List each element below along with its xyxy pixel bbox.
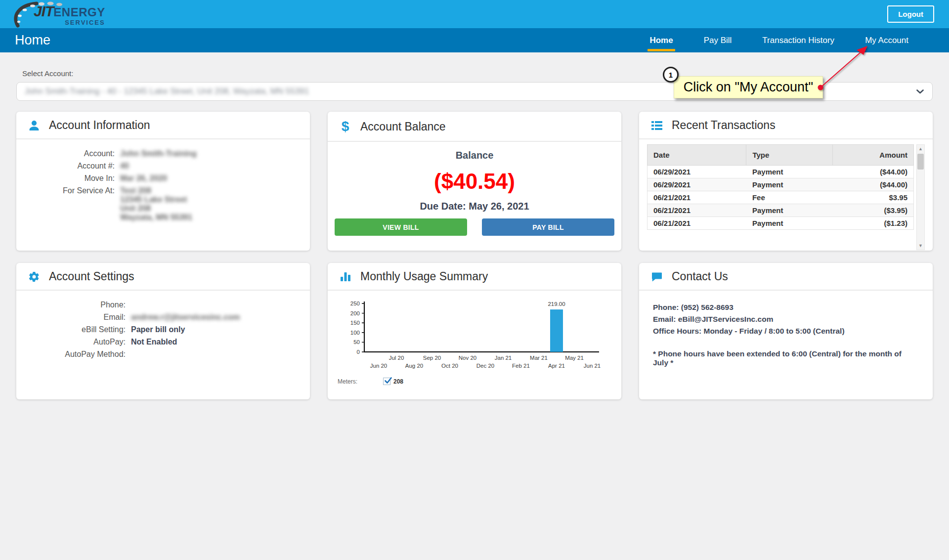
card-title: Recent Transactions — [672, 119, 776, 132]
field-value — [131, 301, 305, 309]
field-value: Paper bill only — [131, 325, 305, 334]
contact-note: * Phone hours have been extended to 6:00… — [653, 349, 919, 367]
page-title: Home — [15, 33, 50, 48]
bar-chart-icon — [339, 271, 352, 283]
account-information-fields: Account:John Smith-TrainingAccount #:40M… — [16, 139, 310, 227]
table-row: 06/29/2021Payment($44.00) — [647, 166, 914, 178]
app-header: JITENERGY SERVICES Logout — [0, 0, 949, 28]
svg-text:200: 200 — [350, 310, 360, 316]
field-value: 40 — [120, 162, 305, 171]
main-nav: HomePay BillTransaction HistoryMy Accoun… — [649, 28, 908, 52]
chat-bubble-icon — [650, 271, 663, 283]
monthly-usage-card: Monthly Usage Summary 050100150200250Jun… — [328, 263, 621, 399]
card-title: Account Information — [49, 119, 150, 132]
usage-bar — [550, 309, 563, 352]
meters-label: Meters: — [338, 378, 357, 385]
tx-type: Payment — [746, 217, 832, 230]
svg-text:Apr 21: Apr 21 — [548, 363, 565, 369]
field-value: Mar 26, 2020 — [120, 174, 305, 183]
svg-text:100: 100 — [350, 330, 360, 336]
nav-bar: Home HomePay BillTransaction HistoryMy A… — [0, 28, 949, 52]
tx-type: Payment — [746, 178, 832, 191]
contact-info: Phone: (952) 562-8693Email: eBill@JITSer… — [639, 291, 933, 378]
tx-amount: ($1.23) — [832, 217, 913, 230]
card-title: Monthly Usage Summary — [360, 270, 488, 283]
field-value: andrew.r@jitservicesinc.com — [131, 313, 305, 322]
tx-amount: ($3.95) — [832, 204, 913, 217]
logout-button[interactable]: Logout — [887, 5, 934, 23]
field-label: For Service At: — [21, 186, 120, 222]
pay-bill-button[interactable]: PAY BILL — [482, 218, 614, 236]
table-row: 06/29/2021Payment($44.00) — [647, 178, 914, 191]
nav-item-home[interactable]: Home — [649, 28, 673, 52]
field-label: Email: — [21, 313, 131, 322]
svg-text:Sep 20: Sep 20 — [423, 355, 441, 361]
column-header-date: Date — [647, 145, 746, 166]
account-balance-card: $ Account Balance Balance ($40.54) Due D… — [328, 112, 621, 251]
scroll-up-icon[interactable]: ▲ — [917, 145, 924, 153]
list-icon — [650, 120, 663, 131]
balance-amount: ($40.54) — [328, 169, 621, 194]
field-label: Move In: — [21, 174, 120, 183]
column-header-amount: Amount — [832, 145, 913, 166]
svg-text:Oct 20: Oct 20 — [441, 363, 458, 369]
field-label: AutoPay: — [21, 338, 131, 346]
svg-text:50: 50 — [353, 339, 360, 345]
annotation-step-badge: 1 — [663, 67, 679, 83]
table-row: 06/21/2021Fee$3.95 — [647, 191, 914, 204]
due-date: Due Date: May 26, 2021 — [328, 201, 621, 212]
tx-date: 06/29/2021 — [647, 178, 746, 191]
meter-name: 208 — [393, 378, 403, 385]
gear-icon — [27, 271, 41, 283]
contact-line: Email: eBill@JITServicesInc.com — [653, 313, 919, 325]
table-row: 06/21/2021Payment($1.23) — [647, 217, 914, 230]
view-bill-button[interactable]: VIEW BILL — [335, 218, 467, 236]
field-value: Test 208 12345 Lake Street Unit 208 Wayz… — [120, 186, 305, 222]
account-information-card: Account Information Account:John Smith-T… — [16, 112, 310, 251]
svg-text:250: 250 — [350, 301, 360, 306]
logo-swoosh-icon — [11, 1, 110, 29]
tx-type: Payment — [746, 204, 832, 217]
svg-text:219.00: 219.00 — [548, 301, 565, 307]
scrollbar-thumb[interactable] — [917, 154, 924, 170]
dashboard-cards: Account Information Account:John Smith-T… — [16, 112, 933, 399]
meter-208-checkbox[interactable] — [383, 378, 390, 385]
person-icon — [27, 120, 41, 131]
field-label: AutoPay Method: — [21, 350, 131, 359]
usage-bar-chart: 050100150200250Jun 20Jul 20Aug 20Sep 20O… — [335, 297, 606, 375]
card-title: Contact Us — [672, 270, 728, 283]
field-label: Phone: — [21, 301, 131, 309]
transactions-scrollbar[interactable]: ▲ ▼ — [916, 144, 925, 250]
tx-amount: $3.95 — [832, 191, 913, 204]
svg-text:May 21: May 21 — [565, 355, 584, 361]
contact-line: Phone: (952) 562-8693 — [653, 302, 919, 313]
card-title: Account Settings — [49, 270, 134, 283]
chevron-down-icon — [916, 89, 924, 94]
svg-text:Jun 20: Jun 20 — [370, 363, 388, 369]
scroll-down-icon[interactable]: ▼ — [917, 242, 924, 250]
field-label: eBill Setting: — [21, 325, 131, 334]
nav-item-pay-bill[interactable]: Pay Bill — [704, 28, 732, 52]
contact-us-card: Contact Us Phone: (952) 562-8693Email: e… — [639, 263, 933, 399]
column-header-type: Type — [746, 145, 832, 166]
field-value: Not Enabled — [131, 338, 305, 346]
svg-text:Feb 21: Feb 21 — [512, 363, 530, 369]
svg-text:Dec 20: Dec 20 — [476, 363, 494, 369]
svg-text:0: 0 — [357, 349, 360, 355]
tx-type: Payment — [746, 166, 832, 178]
tx-type: Fee — [746, 191, 832, 204]
nav-item-transaction-history[interactable]: Transaction History — [762, 28, 834, 52]
card-title: Account Balance — [360, 120, 446, 133]
field-value — [131, 350, 305, 359]
account-settings-card: Account Settings Phone:Email:andrew.r@ji… — [16, 263, 310, 399]
svg-text:Nov 20: Nov 20 — [459, 355, 476, 361]
tx-date: 06/21/2021 — [647, 217, 746, 230]
table-row: 06/21/2021Payment($3.95) — [647, 204, 914, 217]
annotation-callout: Click on "My Account" — [674, 76, 823, 98]
account-settings-fields: Phone:Email:andrew.r@jitservicesinc.come… — [16, 291, 310, 364]
svg-text:Jan 21: Jan 21 — [495, 355, 512, 361]
nav-item-my-account[interactable]: My Account — [865, 28, 908, 52]
check-icon — [384, 377, 392, 385]
svg-text:Jul 20: Jul 20 — [389, 355, 404, 361]
tx-amount: ($44.00) — [832, 166, 913, 178]
